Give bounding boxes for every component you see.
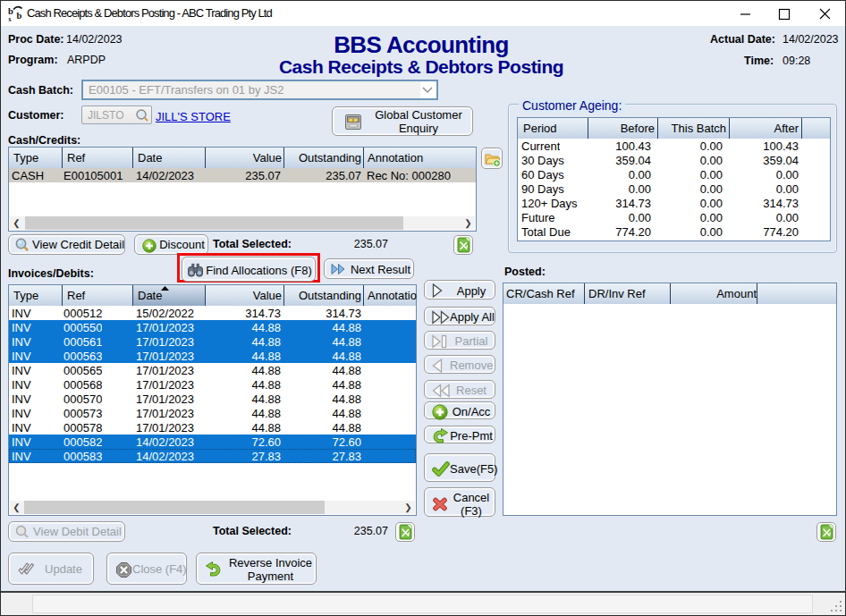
- svg-text:s: s: [9, 15, 12, 22]
- svg-text:b: b: [17, 11, 22, 21]
